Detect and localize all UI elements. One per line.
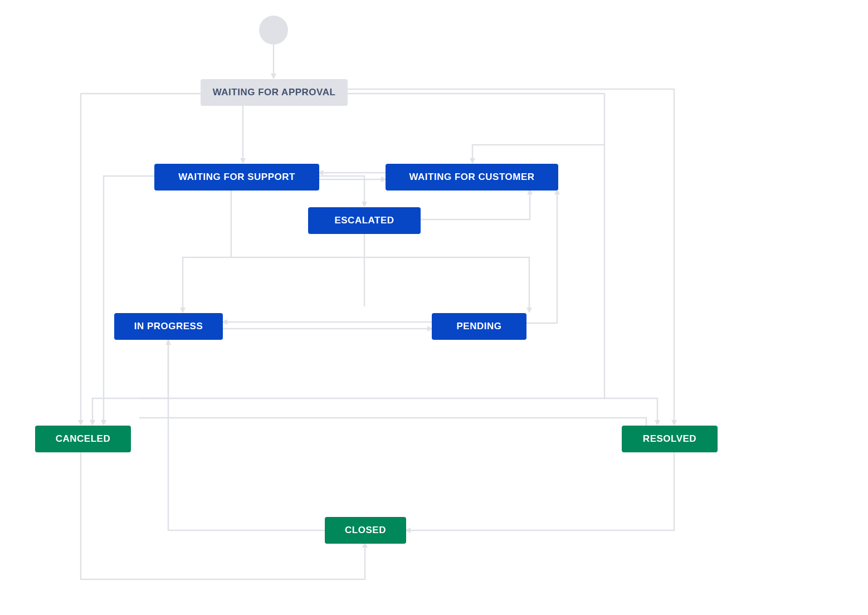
node-resolved[interactable]: RESOLVED	[622, 426, 718, 452]
node-label: CANCELED	[56, 433, 110, 445]
node-escalated[interactable]: ESCALATED	[308, 207, 421, 234]
node-in-progress[interactable]: IN PROGRESS	[114, 313, 223, 340]
node-waiting-for-approval[interactable]: WAITING FOR APPROVAL	[201, 79, 348, 106]
node-label: WAITING FOR APPROVAL	[213, 87, 336, 98]
start-node	[259, 16, 288, 45]
node-label: PENDING	[457, 321, 502, 332]
node-canceled[interactable]: CANCELED	[35, 426, 131, 452]
workflow-diagram: WAITING FOR APPROVAL WAITING FOR SUPPORT…	[0, 0, 868, 615]
node-waiting-for-customer[interactable]: WAITING FOR CUSTOMER	[386, 164, 558, 191]
node-label: RESOLVED	[643, 433, 696, 445]
node-label: CLOSED	[345, 525, 386, 536]
edges-layer	[0, 0, 868, 615]
node-closed[interactable]: CLOSED	[325, 517, 406, 544]
node-label: WAITING FOR SUPPORT	[178, 172, 295, 183]
node-label: WAITING FOR CUSTOMER	[409, 172, 534, 183]
node-waiting-for-support[interactable]: WAITING FOR SUPPORT	[154, 164, 319, 191]
node-label: IN PROGRESS	[134, 321, 203, 332]
node-label: ESCALATED	[334, 215, 394, 226]
node-pending[interactable]: PENDING	[432, 313, 526, 340]
